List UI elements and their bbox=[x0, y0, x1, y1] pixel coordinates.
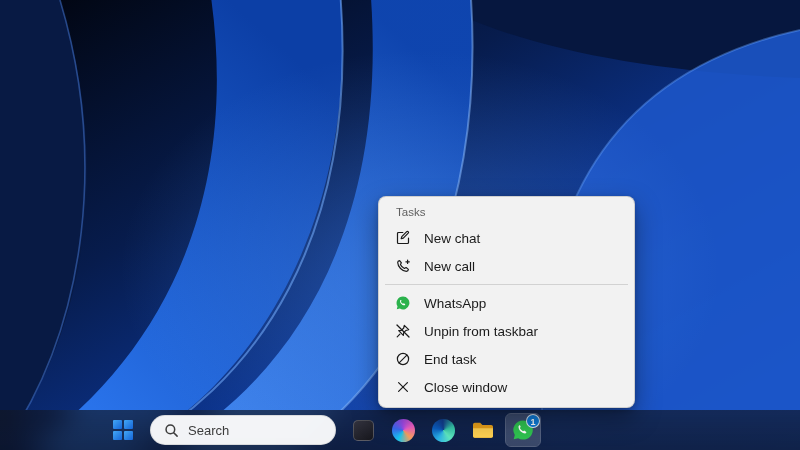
unpin-icon bbox=[395, 323, 411, 339]
file-explorer-button[interactable] bbox=[466, 414, 500, 446]
menu-item-end-task[interactable]: End task bbox=[383, 345, 630, 373]
menu-item-label: Close window bbox=[424, 380, 507, 395]
dark-app-button[interactable] bbox=[346, 414, 380, 446]
search-label: Search bbox=[188, 423, 229, 438]
edge-icon bbox=[432, 419, 455, 442]
copilot-icon bbox=[392, 419, 415, 442]
new-call-icon bbox=[395, 258, 411, 274]
search-icon bbox=[164, 423, 179, 438]
whatsapp-button[interactable]: 1 bbox=[506, 414, 540, 446]
menu-item-label: New chat bbox=[424, 231, 480, 246]
taskbar-search[interactable]: Search bbox=[150, 415, 336, 445]
menu-item-label: Unpin from taskbar bbox=[424, 324, 538, 339]
taskbar: Search 1 bbox=[0, 410, 800, 450]
end-task-icon bbox=[395, 351, 411, 367]
edge-button[interactable] bbox=[426, 414, 460, 446]
close-window-icon bbox=[395, 379, 411, 395]
menu-item-unpin[interactable]: Unpin from taskbar bbox=[383, 317, 630, 345]
menu-item-whatsapp[interactable]: WhatsApp bbox=[383, 289, 630, 317]
menu-item-close-window[interactable]: Close window bbox=[383, 373, 630, 401]
menu-section-header: Tasks bbox=[383, 202, 630, 224]
menu-item-label: New call bbox=[424, 259, 475, 274]
whatsapp-icon bbox=[395, 295, 411, 311]
menu-item-new-chat[interactable]: New chat bbox=[383, 224, 630, 252]
copilot-button[interactable] bbox=[386, 414, 420, 446]
new-chat-icon bbox=[395, 230, 411, 246]
notification-badge: 1 bbox=[526, 414, 540, 428]
menu-item-label: End task bbox=[424, 352, 477, 367]
desktop: Tasks New chat New call bbox=[0, 0, 800, 450]
start-button[interactable] bbox=[106, 414, 140, 446]
menu-separator bbox=[385, 284, 628, 285]
windows-start-icon bbox=[113, 420, 133, 440]
whatsapp-jumplist-menu: Tasks New chat New call bbox=[378, 196, 635, 408]
menu-item-new-call[interactable]: New call bbox=[383, 252, 630, 280]
menu-item-label: WhatsApp bbox=[424, 296, 486, 311]
file-explorer-icon bbox=[471, 418, 495, 442]
dark-app-icon bbox=[353, 420, 374, 441]
